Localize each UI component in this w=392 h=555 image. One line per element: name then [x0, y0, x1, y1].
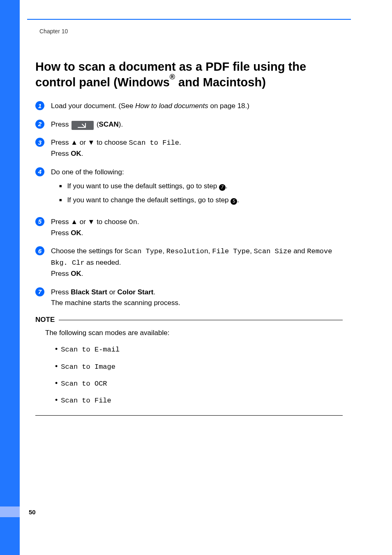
registered-mark: ®	[170, 73, 175, 81]
up-arrow-icon: ▲	[71, 218, 78, 226]
step-text: Press	[51, 229, 71, 237]
page-number: 50	[29, 509, 36, 516]
step-text: The machine starts the scanning process.	[51, 298, 180, 308]
step-text: .	[137, 218, 139, 226]
step-badge: 4	[35, 167, 44, 176]
step-text: ).	[119, 120, 123, 128]
step-2: 2 Press (SCAN).	[35, 119, 351, 130]
page-number-band	[0, 506, 20, 517]
step-text: and	[291, 247, 307, 255]
menu-option: Scan Type	[125, 247, 163, 255]
step-text: Press	[51, 218, 71, 226]
step-badge: 3	[35, 138, 44, 147]
step-text: Load your document. (See	[51, 102, 135, 110]
step-5: 5 Press ▲ or ▼ to choose On. Press OK.	[35, 217, 351, 239]
side-accent-bar	[0, 0, 20, 555]
step-badge: 7	[35, 287, 44, 296]
step-text: to choose	[95, 218, 129, 226]
step-badge: 5	[35, 217, 44, 226]
scan-mode-item: Scan to E-mail	[61, 346, 120, 354]
step-text: Press	[51, 288, 71, 296]
step-text: Press	[51, 139, 71, 146]
step-text: .	[226, 182, 228, 190]
step-text: as needed.	[85, 259, 121, 266]
menu-option: Scan Size	[254, 247, 292, 255]
page-content: Chapter 10 How to scan a document as a P…	[20, 0, 392, 416]
down-arrow-icon: ▼	[88, 139, 95, 146]
step-ref-badge: 5	[231, 198, 237, 205]
note-end-rule	[35, 415, 343, 416]
scan-mode-item: Scan to File	[61, 397, 111, 405]
steps-list: 1 Load your document. (See How to load d…	[35, 101, 351, 308]
up-arrow-icon: ▲	[71, 139, 78, 146]
step-text: If you want to change the default settin…	[67, 196, 231, 204]
ok-key: OK	[71, 270, 81, 278]
step-1: 1 Load your document. (See How to load d…	[35, 101, 351, 111]
step-text: or	[78, 139, 88, 146]
step-text: If you want to use the default settings,…	[67, 182, 219, 190]
step-text: to choose	[95, 139, 129, 146]
note-label: NOTE	[35, 316, 55, 324]
menu-option: File Type	[212, 247, 250, 255]
ok-key: OK	[71, 229, 81, 237]
step-text: Press	[51, 270, 71, 278]
step-text: ,	[162, 247, 166, 255]
step-text: Do one of the following:	[51, 167, 239, 178]
menu-option: Scan to File	[129, 139, 179, 147]
ok-key: OK	[71, 150, 81, 157]
black-start-key: Black Start	[71, 288, 107, 296]
step-7: 7 Press Black Start or Color Start. The …	[35, 287, 351, 309]
step-badge: 6	[35, 246, 44, 255]
step-badge: 2	[35, 120, 44, 129]
scan-mode-item: Scan to Image	[61, 363, 115, 371]
link-how-to-load[interactable]: How to load documents	[135, 102, 208, 110]
note-rule	[59, 320, 343, 320]
menu-option: Resolution	[166, 247, 208, 255]
chapter-label: Chapter 10	[39, 28, 351, 35]
step-text: .	[81, 270, 83, 278]
step-text: or	[107, 288, 118, 296]
step-badge: 1	[35, 101, 44, 110]
color-start-key: Color Start	[118, 288, 154, 296]
step-6: 6 Choose the settings for Scan Type, Res…	[35, 246, 351, 279]
note-intro: The following scan modes are available:	[45, 326, 343, 340]
scan-key-icon	[71, 121, 94, 130]
step-text: ,	[250, 247, 254, 255]
step-text: Press	[51, 120, 71, 128]
page-title: How to scan a document as a PDF file usi…	[35, 59, 343, 90]
down-arrow-icon: ▼	[88, 218, 95, 226]
step-text: Press	[51, 150, 71, 157]
scan-mode-item: Scan to OCR	[61, 380, 107, 388]
menu-option: On	[129, 218, 137, 226]
step-3: 3 Press ▲ or ▼ to choose Scan to File. P…	[35, 137, 351, 160]
step-text: .	[153, 288, 155, 296]
step-text: ,	[208, 247, 212, 255]
step-text: on page 18.)	[208, 102, 249, 110]
title-part-2: and Macintosh)	[175, 76, 266, 89]
step-text: or	[78, 218, 88, 226]
step-ref-badge: 7	[219, 184, 226, 191]
scan-label: SCAN	[99, 120, 119, 128]
step-text: .	[237, 196, 239, 204]
step-text: .	[179, 139, 181, 146]
step-text: Choose the settings for	[51, 247, 125, 255]
step-4: 4 Do one of the following: If you want t…	[35, 167, 351, 209]
step-text: .	[81, 150, 83, 157]
note-block: NOTE The following scan modes are availa…	[35, 316, 343, 415]
top-rule	[27, 19, 351, 20]
step-text: .	[81, 229, 83, 237]
